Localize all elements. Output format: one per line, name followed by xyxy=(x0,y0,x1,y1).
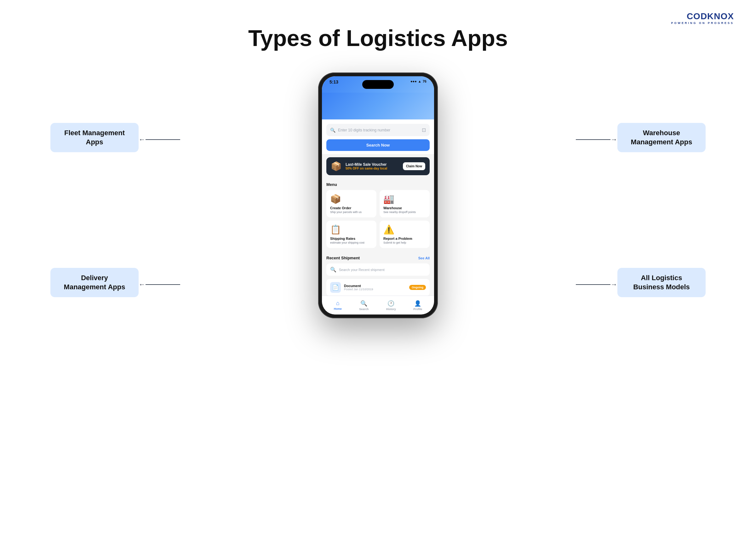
report-problem-icon: ⚠️ xyxy=(383,224,426,235)
phone-screen: 5:13 ●●● ▲ 76 🚚 Minnesota, USA xyxy=(322,76,434,315)
shipping-rates-title: Shipping Rates xyxy=(330,237,373,240)
all-logistics-arrow: → xyxy=(576,280,618,289)
fleet-label-box: Fleet Management Apps xyxy=(50,123,138,152)
brand-logo: CODKNOX POWERING ON PROGRESS xyxy=(671,11,734,24)
all-logistics-label-text: All Logistics Business Models xyxy=(626,274,697,291)
delivery-label-text: Delivery Management Apps xyxy=(59,274,130,291)
history-icon: 🕐 xyxy=(388,300,394,307)
recent-search-placeholder: Search your Recent shipment xyxy=(339,268,385,272)
left-arrow-icon: ← xyxy=(138,135,146,144)
tracking-search-input[interactable]: Enter 10 digits tracking number xyxy=(338,128,419,132)
warehouse-icon: 🏭 xyxy=(383,194,426,204)
phone-frame: 5:13 ●●● ▲ 76 🚚 Minnesota, USA xyxy=(318,72,438,318)
shipment-item-name: Document xyxy=(344,284,406,288)
page-title: Types of Logistics Apps xyxy=(0,25,756,51)
right-arrow-icon: → xyxy=(610,135,618,144)
menu-label: Menu xyxy=(326,182,430,187)
all-logistics-right-arrow-icon: → xyxy=(610,280,618,289)
nav-profile-label: Profile xyxy=(413,308,422,311)
recent-search-icon: 🔍 xyxy=(330,267,336,273)
shipment-item-info: Document Posted Jan 11/10/2019 xyxy=(344,284,406,291)
status-time: 5:13 xyxy=(330,79,338,85)
home-icon: ⌂ xyxy=(336,300,340,307)
create-order-subtitle: Ship your parcels with us xyxy=(330,211,373,214)
recent-shipment-section: Recent Shipment See All 🔍 Search your Re… xyxy=(322,252,434,295)
menu-grid: 📦 Create Order Ship your parcels with us… xyxy=(326,190,430,248)
status-icons: ●●● ▲ 76 xyxy=(410,79,426,83)
warehouse-title: Warehouse xyxy=(383,206,426,210)
menu-section: Menu 📦 Create Order Ship your parcels wi… xyxy=(322,178,434,252)
bottom-nav: ⌂ Home 🔍 Search 🕐 History 👤 Profile xyxy=(322,295,434,315)
promo-title: Last-Mile Sale Voucher xyxy=(346,162,399,167)
warehouse-label-box: Warehouse Management Apps xyxy=(618,123,706,152)
delivery-arrow: ← xyxy=(138,280,180,289)
all-logistics-label-box: All Logistics Business Models xyxy=(618,268,706,297)
promo-text-block: Last-Mile Sale Voucher 50% OFF on same-d… xyxy=(346,162,399,170)
logo-name: CODKNOX xyxy=(687,11,734,21)
tracking-search-box[interactable]: 🔍 Enter 10 digits tracking number ⊡ xyxy=(326,124,430,136)
signal-icon: ●●● xyxy=(410,79,417,83)
promo-desc: on same-day local xyxy=(360,167,388,170)
nav-profile[interactable]: 👤 Profile xyxy=(413,300,422,311)
shipment-item-date: Posted Jan 11/10/2019 xyxy=(344,288,406,291)
header-spacer xyxy=(322,93,434,119)
recent-header: Recent Shipment See All xyxy=(326,256,430,260)
menu-card-shipping-rates[interactable]: 📋 Shipping Rates estimate your shipping … xyxy=(326,221,376,248)
warehouse-label-text: Warehouse Management Apps xyxy=(626,128,697,147)
search-magnifier-icon: 🔍 xyxy=(330,128,336,133)
all-logistics-arrow-line xyxy=(576,284,610,285)
nav-search[interactable]: 🔍 Search xyxy=(359,300,368,311)
delivery-label-box: Delivery Management Apps xyxy=(50,268,138,297)
report-problem-title: Report a Problem xyxy=(383,237,426,240)
shipping-rates-subtitle: estimate your shipping cost xyxy=(330,241,373,244)
menu-card-warehouse[interactable]: 🏭 Warehouse See nearby dropoff points xyxy=(380,190,430,217)
recent-shipment-label: Recent Shipment xyxy=(326,256,360,260)
shipping-rates-icon: 📋 xyxy=(330,224,373,235)
phone-content-scroll[interactable]: 🔍 Enter 10 digits tracking number ⊡ Sear… xyxy=(322,93,434,295)
nav-history-label: History xyxy=(386,308,396,311)
delivery-arrow-line xyxy=(146,284,180,285)
fleet-arrow-line xyxy=(146,139,180,140)
shipment-status-badge: Ongoing xyxy=(409,285,426,290)
phone-mockup: 5:13 ●●● ▲ 76 🚚 Minnesota, USA xyxy=(318,72,438,318)
search-now-button[interactable]: Search Now xyxy=(326,139,430,151)
fleet-label-text: Fleet Management Apps xyxy=(59,128,130,147)
battery-text: 76 xyxy=(423,79,426,83)
create-order-title: Create Order xyxy=(330,206,373,210)
nav-home[interactable]: ⌂ Home xyxy=(334,300,342,311)
promo-banner: 📦 Last-Mile Sale Voucher 50% OFF on same… xyxy=(326,157,430,175)
delivery-left-arrow-icon: ← xyxy=(138,280,146,289)
nav-search-label: Search xyxy=(359,308,368,311)
nav-history[interactable]: 🕐 History xyxy=(386,300,396,311)
fleet-arrow: ← xyxy=(138,135,180,144)
promo-discount: 50% OFF xyxy=(346,167,359,170)
search-section: 🔍 Enter 10 digits tracking number ⊡ Sear… xyxy=(322,119,434,154)
profile-icon: 👤 xyxy=(414,300,421,307)
scan-icon: ⊡ xyxy=(422,127,426,133)
logo-tagline: POWERING ON PROGRESS xyxy=(671,21,734,24)
warehouse-arrow: → xyxy=(576,135,618,144)
search-nav-icon: 🔍 xyxy=(360,300,367,307)
report-problem-subtitle: Submit to get help xyxy=(383,241,426,244)
warehouse-arrow-line xyxy=(576,139,610,140)
create-order-icon: 📦 xyxy=(330,194,373,204)
shipment-item[interactable]: 📄 Document Posted Jan 11/10/2019 Ongoing xyxy=(326,279,430,295)
menu-card-create-order[interactable]: 📦 Create Order Ship your parcels with us xyxy=(326,190,376,217)
promo-subtitle: 50% OFF on same-day local xyxy=(346,167,399,170)
shipment-item-icon: 📄 xyxy=(330,282,341,293)
promo-package-icon: 📦 xyxy=(331,161,342,171)
menu-card-report-problem[interactable]: ⚠️ Report a Problem Submit to get help xyxy=(380,221,430,248)
wifi-icon: ▲ xyxy=(418,79,421,83)
dynamic-island xyxy=(362,80,394,89)
warehouse-subtitle: See nearby dropoff points xyxy=(383,211,426,214)
recent-search-box[interactable]: 🔍 Search your Recent shipment xyxy=(326,264,430,276)
see-all-button[interactable]: See All xyxy=(418,256,430,260)
nav-home-label: Home xyxy=(334,307,342,311)
claim-now-button[interactable]: Claim Now xyxy=(403,162,425,170)
